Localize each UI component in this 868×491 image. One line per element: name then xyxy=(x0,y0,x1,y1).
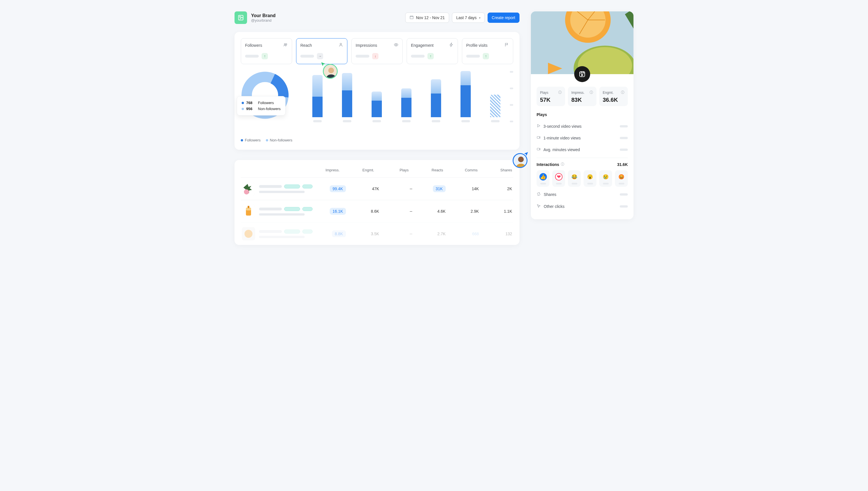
svg-rect-32 xyxy=(537,148,539,150)
plays-item[interactable]: 1-minute video views xyxy=(536,132,628,144)
svg-point-3 xyxy=(284,44,285,45)
table-row[interactable]: 8.8K 3.5K -- 2.7K 668 132 xyxy=(241,223,513,245)
reaction-wow[interactable]: 😮 xyxy=(584,170,596,187)
post-meta xyxy=(259,184,313,193)
analytics-card: Followers ↑ Reach → Impressions ↓ Engage… xyxy=(235,32,520,150)
tab-label: Profile visits xyxy=(466,43,488,48)
brand-block: Your Brand @yourbrand xyxy=(235,11,276,24)
share-icon xyxy=(536,192,541,197)
person-icon xyxy=(339,42,343,48)
svg-point-20 xyxy=(245,230,252,238)
cell-engmt: 3.5K xyxy=(349,232,379,236)
donut-chart: 768 Followers 956 Non-followers Follower… xyxy=(241,71,298,142)
stat-impress[interactable]: Impress.ⓘ83K xyxy=(568,87,596,106)
tab-label: Impressions xyxy=(355,43,377,48)
interactions-total: 31.6K xyxy=(617,162,628,167)
info-icon[interactable]: ⓘ xyxy=(561,162,564,167)
followers-count: 768 xyxy=(246,100,252,105)
cell-impress: 16.1K xyxy=(330,208,346,215)
wow-icon: 😮 xyxy=(586,173,594,180)
users-icon xyxy=(283,42,288,48)
col-impress: Impress. xyxy=(308,168,340,172)
period-select[interactable]: Last 7 days ▾ xyxy=(452,12,485,23)
bolt-icon xyxy=(449,42,454,48)
bar-column[interactable] xyxy=(484,95,506,122)
bar-chart xyxy=(306,71,513,142)
cell-shares: 2K xyxy=(482,186,512,191)
reaction-like[interactable]: 👍 xyxy=(536,170,550,187)
other-clicks-label: Other clicks xyxy=(544,204,564,209)
svg-point-4 xyxy=(286,44,287,45)
create-report-button[interactable]: Create report xyxy=(488,12,520,23)
cell-engmt: 47K xyxy=(349,186,379,191)
reaction-angry[interactable]: 😡 xyxy=(615,170,628,187)
brand-name: Your Brand xyxy=(251,13,276,18)
svg-rect-2 xyxy=(410,16,413,19)
reaction-sad[interactable]: 😢 xyxy=(599,170,612,187)
stat-tab-engagement[interactable]: Engagement ↑ xyxy=(407,38,458,64)
play-metric-icon xyxy=(536,147,540,152)
cell-reacts: 31K xyxy=(415,185,446,192)
chevron-down-icon: ▾ xyxy=(479,16,480,19)
trend-indicator: ↑ xyxy=(428,53,434,59)
post-thumbnail xyxy=(242,182,255,195)
bar-column[interactable] xyxy=(336,73,358,122)
info-icon[interactable]: ⓘ xyxy=(621,90,624,95)
col-plays: Plays xyxy=(377,168,409,172)
brand-handle: @yourbrand xyxy=(251,18,276,23)
shares-label: Shares xyxy=(544,192,556,197)
shares-row[interactable]: Shares xyxy=(536,189,628,200)
bar-column[interactable] xyxy=(306,75,329,122)
svg-point-5 xyxy=(340,44,341,45)
posts-table-card: Impress. Engmt. Plays Reacts Comms Share… xyxy=(235,160,520,245)
table-row[interactable]: 16.1K 8.6K -- 4.6K 2.9K 1.1K xyxy=(241,200,513,223)
date-range-button[interactable]: Nov 12 - Nov 21 xyxy=(405,12,449,23)
table-header: Impress. Engmt. Plays Reacts Comms Share… xyxy=(241,166,513,177)
bar-column[interactable] xyxy=(425,79,447,122)
post-thumbnail xyxy=(242,205,255,218)
cell-shares: 132 xyxy=(482,232,512,236)
trend-indicator: ↓ xyxy=(372,53,378,59)
cell-comms: 2.9K xyxy=(448,209,479,213)
plays-item[interactable]: 3-second video views xyxy=(536,120,628,132)
play-metric-icon xyxy=(536,136,540,140)
legend-nonfollowers: Non-followers xyxy=(270,138,292,142)
info-icon[interactable]: ⓘ xyxy=(558,90,562,95)
stat-tab-impressions[interactable]: Impressions ↓ xyxy=(351,38,403,64)
table-row[interactable]: 99.4K 47K -- 31K 14K 2K xyxy=(241,177,513,200)
bar-column[interactable] xyxy=(455,71,477,122)
eye-icon xyxy=(394,42,398,48)
reel-icon xyxy=(574,66,590,82)
legend-followers: Followers xyxy=(245,138,261,142)
like-icon: 👍 xyxy=(539,173,547,180)
date-range-label: Nov 12 - Nov 21 xyxy=(416,16,445,20)
nonfollowers-label: Non-followers xyxy=(258,107,280,111)
bar-column[interactable] xyxy=(366,91,388,122)
haha-icon: 😂 xyxy=(571,173,578,180)
post-detail-card: Playsⓘ57KImpress.ⓘ83KEngmt.ⓘ36.6K Plays … xyxy=(531,11,633,219)
reaction-love[interactable]: ❤ xyxy=(552,170,565,187)
post-meta xyxy=(259,207,313,215)
stat-tab-reach[interactable]: Reach → xyxy=(296,38,347,64)
stat-engmt[interactable]: Engmt.ⓘ36.6K xyxy=(599,87,628,106)
svg-point-6 xyxy=(396,44,397,45)
stat-plays[interactable]: Playsⓘ57K xyxy=(536,87,565,106)
reaction-haha[interactable]: 😂 xyxy=(568,170,581,187)
stat-tab-profile-visits[interactable]: Profile visits ↑ xyxy=(462,38,513,64)
other-clicks-row[interactable]: Other clicks xyxy=(536,200,628,212)
bar-column[interactable] xyxy=(395,88,417,122)
play-metric-icon xyxy=(536,124,540,128)
svg-point-8 xyxy=(328,67,334,73)
y-axis-marks xyxy=(510,71,513,122)
plays-item[interactable]: Avg. minutes viewed xyxy=(536,144,628,155)
tab-label: Engagement xyxy=(411,43,433,48)
post-meta xyxy=(259,230,313,238)
cell-shares: 1.1K xyxy=(482,209,512,213)
cell-engmt: 8.6K xyxy=(349,209,379,213)
followers-label: Followers xyxy=(258,100,274,105)
info-icon[interactable]: ⓘ xyxy=(590,90,593,95)
stat-tab-followers[interactable]: Followers ↑ xyxy=(241,38,292,64)
svg-point-1 xyxy=(239,16,241,18)
love-icon: ❤ xyxy=(555,173,562,180)
cell-impress: 8.8K xyxy=(332,230,346,237)
